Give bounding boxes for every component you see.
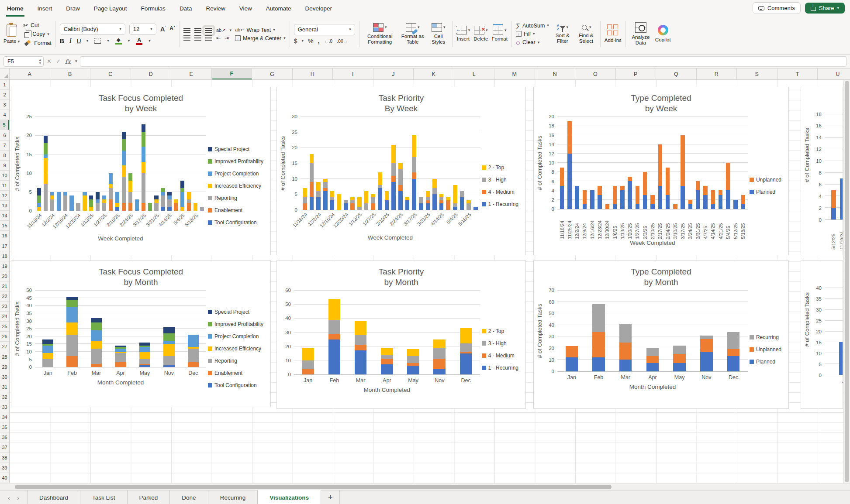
chart-task-priority-by-month[interactable]: Task Priorityby Month0102030405060JanFeb… (276, 261, 526, 409)
comments-button[interactable]: Comments (753, 2, 801, 14)
chart-type-completed-by-month[interactable]: Type Completedby Month# of Completed Tas… (533, 261, 789, 409)
row-header-6[interactable]: 6 (0, 130, 9, 140)
chart-partial-top-right[interactable]: # of Completed Tasks0246810121416185/12/… (801, 87, 843, 255)
column-header-D[interactable]: D (131, 69, 172, 79)
row-header-31[interactable]: 31 (0, 382, 9, 392)
column-header-A[interactable]: A (10, 69, 50, 79)
vertical-scrollbar[interactable] (843, 80, 850, 483)
column-header-I[interactable]: I (333, 69, 373, 79)
row-header-2[interactable]: 2 (0, 90, 9, 100)
copy-button[interactable]: Copy ▾ (23, 31, 52, 38)
column-header-K[interactable]: K (414, 69, 454, 79)
row-header-17[interactable]: 17 (0, 241, 9, 251)
row-header-35[interactable]: 35 (0, 422, 9, 432)
column-header-U[interactable]: U (818, 69, 850, 79)
column-header-F[interactable]: F (212, 69, 252, 79)
autosum-button[interactable]: ∑AutoSum ▾ (516, 23, 549, 29)
format-painter-button[interactable]: Format (23, 40, 52, 46)
format-cells-button[interactable]: ▾ Format (491, 26, 507, 42)
font-name-select[interactable]: Calibri (Body)▾ (60, 24, 125, 35)
align-bottom-icon[interactable] (205, 28, 212, 33)
font-size-select[interactable]: 12▾ (129, 24, 156, 35)
add-ins-button[interactable]: Add-ins (605, 24, 622, 43)
row-header-33[interactable]: 33 (0, 402, 9, 412)
decrease-font-icon[interactable]: Aˇ (169, 25, 175, 31)
column-header-L[interactable]: L (454, 69, 495, 79)
chart-partial-bottom-right[interactable]: # of Completed Tasks0510152025303540Jan (801, 261, 843, 409)
column-header-C[interactable]: C (90, 69, 131, 79)
chart-task-focus-by-month[interactable]: Task Focus Completedby Month# of Complet… (11, 261, 271, 407)
borders-icon[interactable] (94, 38, 101, 44)
column-header-G[interactable]: G (252, 69, 293, 79)
sheet-tab-parked[interactable]: Parked (128, 490, 170, 504)
cut-button[interactable]: ✂Cut (23, 22, 52, 28)
column-header-O[interactable]: O (575, 69, 616, 79)
row-header-30[interactable]: 30 (0, 372, 9, 382)
row-header-8[interactable]: 8 (0, 151, 9, 161)
share-button[interactable]: Share ▾ (805, 3, 845, 14)
row-header-16[interactable]: 16 (0, 231, 9, 241)
row-header-20[interactable]: 20 (0, 271, 9, 281)
row-header-5[interactable]: 5 (0, 120, 9, 130)
formula-input[interactable] (80, 56, 847, 67)
align-right-icon[interactable] (205, 35, 212, 41)
fx-icon[interactable]: fx (65, 58, 71, 65)
align-middle-icon[interactable] (194, 28, 201, 33)
align-top-icon[interactable] (183, 28, 190, 33)
row-header-7[interactable]: 7 (0, 141, 9, 151)
underline-button[interactable]: U (77, 38, 81, 45)
row-header-11[interactable]: 11 (0, 181, 9, 191)
column-header-E[interactable]: E (171, 69, 212, 79)
row-header-10[interactable]: 10 (0, 171, 9, 181)
row-header-25[interactable]: 25 (0, 322, 9, 332)
name-box-stepper[interactable]: ▲▼ (39, 58, 41, 65)
percent-format-icon[interactable]: % (308, 38, 313, 44)
text-orientation-icon[interactable]: ab↗ (216, 27, 225, 33)
row-header-39[interactable]: 39 (0, 463, 9, 473)
row-header-9[interactable]: 9 (0, 161, 9, 171)
sort-filter-button[interactable]: AZ▾ Sort & Filter (553, 24, 573, 44)
row-header-29[interactable]: 29 (0, 362, 9, 372)
increase-indent-icon[interactable]: ⇥ (225, 35, 229, 41)
sheet-tab-done[interactable]: Done (170, 490, 208, 504)
column-header-Q[interactable]: Q (656, 69, 697, 79)
row-header-14[interactable]: 14 (0, 211, 9, 221)
fill-button[interactable]: ↓Fill ▾ (516, 31, 549, 37)
select-all-corner[interactable] (0, 69, 10, 79)
vertical-scrollbar-thumb[interactable] (845, 81, 849, 482)
ribbon-tab-automate[interactable]: Automate (265, 1, 292, 17)
row-header-32[interactable]: 32 (0, 392, 9, 402)
align-left-icon[interactable] (183, 35, 190, 41)
row-header-21[interactable]: 21 (0, 281, 9, 291)
row-header-24[interactable]: 24 (0, 312, 9, 322)
row-header-22[interactable]: 22 (0, 291, 9, 302)
clear-button[interactable]: ◇Clear ▾ (516, 39, 549, 46)
column-header-H[interactable]: H (293, 69, 333, 79)
chart-task-focus-by-week[interactable]: Task Focus Completedby Week# of Complete… (11, 87, 271, 255)
decrease-decimal-icon[interactable]: .00→ (337, 38, 348, 44)
add-sheet-button[interactable]: + (321, 490, 340, 504)
column-header-N[interactable]: N (535, 69, 576, 79)
sheet-tab-dashboard[interactable]: Dashboard (27, 490, 80, 504)
decrease-indent-icon[interactable]: ⇤ (216, 35, 221, 41)
row-header-27[interactable]: 27 (0, 342, 9, 352)
align-center-icon[interactable] (194, 35, 201, 41)
sheet-tab-visualizations[interactable]: Visualizations (258, 490, 321, 504)
chart-task-priority-by-week[interactable]: Task PriorityBy Week# of Completed Tasks… (276, 87, 526, 255)
font-color-icon[interactable]: A (136, 37, 142, 45)
column-header-P[interactable]: P (616, 69, 657, 79)
ribbon-tab-draw[interactable]: Draw (65, 1, 81, 17)
row-header-4[interactable]: 4 (0, 110, 9, 120)
row-header-3[interactable]: 3 (0, 100, 9, 110)
row-header-37[interactable]: 37 (0, 442, 9, 453)
wrap-text-button[interactable]: ab↩Wrap Text ▾ (235, 27, 286, 33)
row-header-19[interactable]: 19 (0, 261, 9, 271)
ribbon-tab-page-layout[interactable]: Page Layout (93, 1, 128, 17)
column-header-T[interactable]: T (777, 69, 818, 79)
ribbon-tab-home[interactable]: Home (6, 1, 24, 17)
enter-icon[interactable]: ✓ (56, 58, 61, 65)
chart-type-completed-by-week[interactable]: Type Completedby Week# of Completed Task… (533, 87, 789, 255)
row-header-28[interactable]: 28 (0, 352, 9, 362)
analyze-data-button[interactable]: Analyze Data (630, 22, 652, 46)
delete-cells-button[interactable]: ▾ Delete (473, 26, 488, 42)
